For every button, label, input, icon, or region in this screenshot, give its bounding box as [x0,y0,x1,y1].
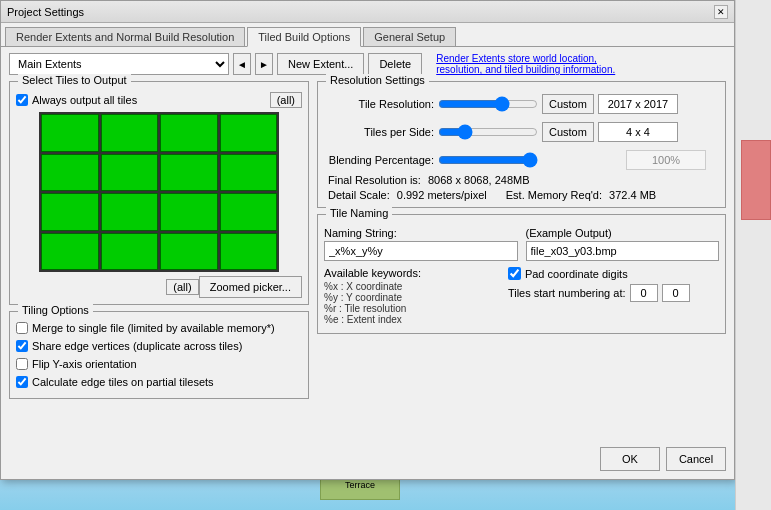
resolution-title: Resolution Settings [326,74,429,86]
resolution-group: Resolution Settings Tile Resolution: Cus… [317,81,726,208]
zoomed-picker-button[interactable]: Zoomed picker... [199,276,302,298]
keywords-title: Available keywords: [324,267,500,279]
blending-pct-value[interactable] [626,150,706,170]
est-memory-label: Est. Memory Req'd: [506,189,602,201]
tiling-checkbox-2[interactable] [16,358,28,370]
pad-coord-checkbox[interactable] [508,267,521,280]
blending-pct-label: Blending Percentage: [324,154,434,166]
tile-3-0[interactable] [41,233,99,271]
always-output-checkbox[interactable] [16,94,28,106]
tile-1-2[interactable] [160,154,218,192]
tiles-per-side-value[interactable] [598,122,678,142]
pad-coord-row: Pad coordinate digits [508,267,719,280]
keywords-area: Available keywords: %x : X coordinate %y… [324,267,719,325]
all-top-button[interactable]: (all) [270,92,302,108]
blending-pct-row: Blending Percentage: [324,150,719,170]
tiles-per-side-custom-button[interactable]: Custom [542,122,594,142]
keyword-0: %x : X coordinate [324,281,500,292]
left-panel: Select Tiles to Output Always output all… [9,81,309,405]
tiling-checkbox-0[interactable] [16,322,28,334]
pad-coord-label: Pad coordinate digits [525,268,628,280]
tiling-label-1: Share edge vertices (duplicate across ti… [32,340,242,352]
tiling-checkbox-3[interactable] [16,376,28,388]
new-extent-button[interactable]: New Extent... [277,53,364,75]
tile-0-1[interactable] [101,114,159,152]
tiling-label-2: Flip Y-axis orientation [32,358,137,370]
nav-prev-button[interactable]: ◄ [233,53,251,75]
bottom-bar: OK Cancel [600,447,726,471]
top-row: Main Extents ◄ ► New Extent... Delete Re… [9,53,726,75]
pad-coord-col: Pad coordinate digits Tiles start number… [508,267,719,325]
tiling-option-1: Share edge vertices (duplicate across ti… [16,340,302,352]
all-bottom-button[interactable]: (all) [166,279,198,295]
ok-button[interactable]: OK [600,447,660,471]
tile-2-1[interactable] [101,193,159,231]
info-text-content: Render Extents store world location, res… [436,53,615,75]
tile-2-0[interactable] [41,193,99,231]
naming-string-area: Naming String: [324,227,518,261]
tile-2-3[interactable] [220,193,278,231]
start-x-input[interactable] [630,284,658,302]
delete-button[interactable]: Delete [368,53,422,75]
tile-1-1[interactable] [101,154,159,192]
select-tiles-group: Select Tiles to Output Always output all… [9,81,309,305]
nav-next-button[interactable]: ► [255,53,273,75]
right-panel: Resolution Settings Tile Resolution: Cus… [317,81,726,405]
info-text: Render Extents store world location, res… [436,53,636,75]
tile-resolution-slider[interactable] [438,97,538,111]
keyword-3: %e : Extent index [324,314,500,325]
tile-resolution-row: Tile Resolution: Custom [324,94,719,114]
blending-pct-slider[interactable] [438,153,538,167]
tile-resolution-custom-button[interactable]: Custom [542,94,594,114]
tiles-per-side-slider[interactable] [438,125,538,139]
detail-scale-row: Detail Scale: 0.992 meters/pixel Est. Me… [328,189,719,201]
tiling-options-list: Merge to single file (limited by availab… [16,322,302,388]
example-output-label-row: (Example Output) [526,227,720,239]
example-output-input[interactable] [526,241,720,261]
red-decorative-box [741,140,771,220]
cancel-button[interactable]: Cancel [666,447,726,471]
tile-naming-title: Tile Naming [326,207,392,219]
final-resolution-value: 8068 x 8068, 248MB [428,174,530,186]
keyword-1: %y : Y coordinate [324,292,500,303]
keyword-2: %r : Tile resolution [324,303,500,314]
always-output-row: Always output all tiles (all) [16,92,302,108]
tile-1-3[interactable] [220,154,278,192]
tile-0-2[interactable] [160,114,218,152]
tiling-options-title: Tiling Options [18,304,93,316]
tab-render-extents[interactable]: Render Extents and Normal Build Resoluti… [5,27,245,46]
content-area: Main Extents ◄ ► New Extent... Delete Re… [1,47,734,411]
tiling-label-3: Calculate edge tiles on partial tilesets [32,376,214,388]
title-bar: Project Settings ✕ [1,1,734,23]
tab-tiled-build-options[interactable]: Tiled Build Options [247,27,361,47]
start-number-row: Tiles start numbering at: [508,284,719,302]
tiles-per-side-row: Tiles per Side: Custom [324,122,719,142]
tiling-label-0: Merge to single file (limited by availab… [32,322,275,334]
window-title: Project Settings [7,6,84,18]
tile-0-0[interactable] [41,114,99,152]
tiling-checkbox-1[interactable] [16,340,28,352]
tile-resolution-label: Tile Resolution: [324,98,434,110]
tab-bar: Render Extents and Normal Build Resoluti… [1,23,734,47]
tile-naming-group: Tile Naming Naming String: (Example Outp… [317,214,726,334]
tile-1-0[interactable] [41,154,99,192]
keywords-col: Available keywords: %x : X coordinate %y… [324,267,500,325]
main-area: Select Tiles to Output Always output all… [9,81,726,405]
est-memory-value: 372.4 MB [609,189,656,201]
close-button[interactable]: ✕ [714,5,728,19]
final-resolution-label: Final Resolution is: [328,174,421,186]
naming-string-input[interactable] [324,241,518,261]
tile-resolution-value[interactable] [598,94,678,114]
tab-general-setup[interactable]: General Setup [363,27,456,46]
tile-bottom-row: (all) Zoomed picker... [16,276,302,298]
tile-3-3[interactable] [220,233,278,271]
extent-dropdown[interactable]: Main Extents [9,53,229,75]
naming-string-label: Naming String: [324,227,397,239]
tile-3-2[interactable] [160,233,218,271]
tile-3-1[interactable] [101,233,159,271]
naming-string-label-row: Naming String: [324,227,518,239]
start-y-input[interactable] [662,284,690,302]
tile-2-2[interactable] [160,193,218,231]
tile-0-3[interactable] [220,114,278,152]
tiling-options-group: Tiling Options Merge to single file (lim… [9,311,309,399]
